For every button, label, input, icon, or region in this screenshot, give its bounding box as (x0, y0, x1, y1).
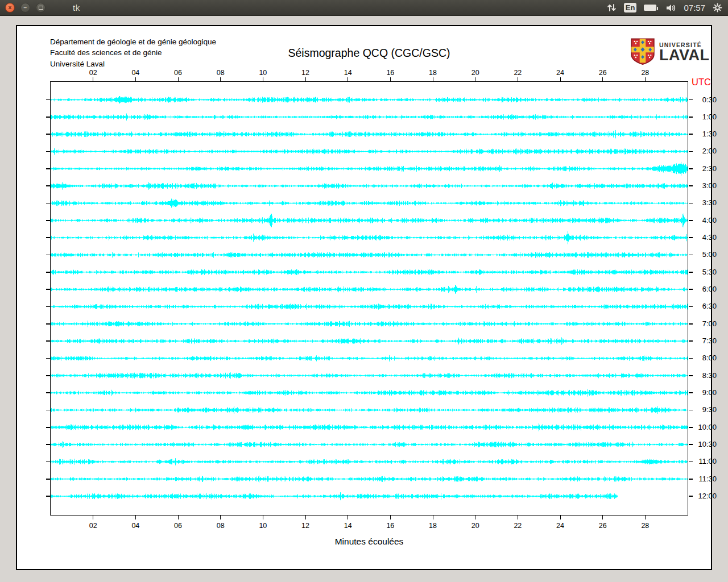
x-tick-label-bottom: 14 (340, 522, 357, 530)
utc-time-label: 2:30 (694, 164, 717, 173)
clock[interactable]: 07:57 (684, 3, 705, 13)
row-tick-left (46, 358, 50, 359)
row-tick-right (689, 358, 693, 359)
row-tick-right (689, 496, 693, 497)
row-tick-left (46, 375, 50, 376)
x-tick-top (135, 77, 136, 81)
x-tick-label-bottom: 12 (297, 522, 314, 530)
x-tick-bottom (178, 516, 179, 519)
universite-laval-logo: UNIVERSITÉ LAVAL (630, 38, 709, 65)
utc-time-label: 8:00 (694, 354, 717, 363)
row-tick-left (46, 220, 50, 221)
x-tick-label-top: 28 (636, 69, 653, 77)
row-tick-right (689, 427, 693, 428)
utc-time-label: 1:30 (694, 130, 717, 139)
utc-time-label: 7:00 (694, 319, 717, 329)
utc-time-label: 7:30 (694, 336, 717, 346)
close-button[interactable]: × (5, 3, 15, 13)
utc-time-label: 1:00 (694, 113, 717, 122)
x-tick-label-top: 10 (254, 69, 271, 77)
volume-indicator[interactable] (666, 3, 676, 13)
utc-time-label: 4:00 (694, 216, 717, 225)
row-tick-left (46, 340, 50, 342)
row-tick-left (46, 496, 50, 497)
row-tick-left (46, 306, 50, 307)
row-tick-right (689, 185, 693, 186)
x-tick-bottom (135, 516, 136, 519)
window-title: tk (73, 3, 80, 13)
x-tick-label-bottom: 18 (424, 522, 441, 530)
x-tick-bottom (93, 516, 93, 519)
x-tick-bottom (475, 516, 475, 519)
utc-time-label: 9:00 (694, 388, 717, 397)
x-tick-label-bottom: 04 (127, 522, 144, 530)
row-tick-left (46, 289, 50, 290)
battery-indicator[interactable] (644, 5, 659, 11)
x-tick-bottom (348, 516, 348, 519)
utc-time-label: 3:30 (694, 198, 717, 207)
row-tick-left (46, 237, 50, 238)
x-axis-title: Minutes écoulées (50, 537, 688, 547)
row-tick-right (689, 306, 693, 307)
helicorder-plot (50, 81, 688, 516)
x-tick-top (602, 77, 603, 81)
row-tick-right (689, 340, 693, 342)
row-tick-left (46, 479, 50, 480)
row-tick-right (689, 117, 693, 118)
row-tick-right (689, 237, 693, 238)
row-tick-left (46, 427, 50, 428)
x-tick-label-bottom: 08 (212, 522, 229, 530)
x-tick-label-top: 18 (424, 69, 441, 77)
row-tick-left (46, 134, 50, 135)
utc-time-label: 11:00 (694, 457, 717, 466)
row-tick-right (689, 479, 693, 480)
row-tick-right (689, 151, 693, 152)
seismograph-app-window: Département de géologie et de génie géol… (16, 25, 712, 570)
utc-axis-label: UTC (692, 77, 711, 88)
row-tick-left (46, 185, 50, 186)
clock-time: 07:57 (684, 3, 705, 13)
x-tick-label-top: 24 (552, 69, 569, 77)
x-tick-bottom (390, 516, 391, 519)
row-tick-right (689, 323, 693, 325)
row-tick-left (46, 168, 50, 169)
x-tick-top (475, 77, 475, 81)
x-tick-top (348, 77, 348, 81)
x-tick-top (220, 77, 221, 81)
chart-title: Séismographe QCQ (CGC/GSC) (50, 47, 688, 60)
utc-time-label: 5:00 (694, 250, 717, 259)
row-tick-right (689, 462, 693, 463)
row-tick-right (689, 272, 693, 273)
x-tick-bottom (263, 516, 263, 519)
row-tick-left (46, 117, 50, 118)
header-line-3: Université Laval (50, 59, 216, 69)
network-indicator[interactable] (607, 3, 617, 13)
x-tick-label-top: 22 (509, 69, 526, 77)
row-tick-right (689, 375, 693, 376)
maximize-icon (39, 6, 43, 10)
keyboard-layout-indicator[interactable]: En (624, 3, 637, 13)
x-tick-top (433, 77, 433, 81)
maximize-button[interactable] (36, 3, 46, 13)
row-tick-right (689, 255, 693, 256)
row-tick-left (46, 410, 50, 411)
row-tick-right (689, 168, 693, 169)
minimize-button[interactable]: − (20, 3, 30, 13)
row-tick-left (46, 99, 50, 101)
utc-time-label: 3:00 (694, 181, 717, 190)
x-tick-label-top: 08 (212, 69, 229, 77)
x-tick-label-bottom: 20 (467, 522, 484, 530)
x-tick-label-top: 06 (169, 69, 187, 77)
updown-arrows-icon (607, 3, 617, 13)
x-tick-label-bottom: 28 (636, 522, 653, 530)
desktop: { "window": { "title": "tk", "close_glyp… (0, 0, 728, 582)
x-tick-bottom (602, 516, 603, 519)
x-tick-top (178, 77, 179, 81)
x-tick-top (560, 77, 561, 81)
row-tick-left (46, 444, 50, 445)
x-tick-top (518, 77, 518, 81)
x-tick-label-top: 26 (594, 69, 611, 77)
row-tick-right (689, 99, 693, 101)
session-menu[interactable] (713, 3, 722, 13)
logo-text: UNIVERSITÉ LAVAL (659, 41, 709, 62)
